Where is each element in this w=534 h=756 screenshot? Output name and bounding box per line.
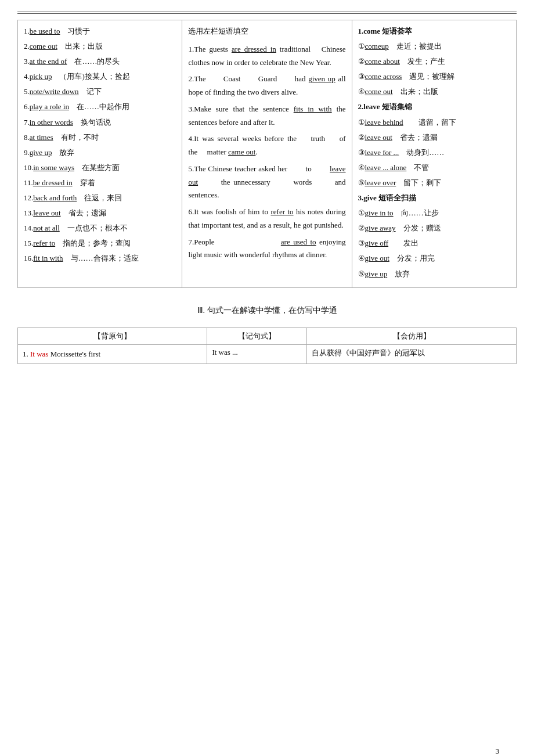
left-item-9: 9.give up 放弃 bbox=[24, 146, 176, 159]
row1-red-it: It bbox=[30, 350, 35, 358]
leave-item-5: ⑤leave over 留下；剩下 bbox=[358, 177, 510, 189]
top-line-1 bbox=[17, 12, 517, 12]
mid-sentence-3: 3.Make sure that the sentence fits in wi… bbox=[188, 103, 345, 129]
come-item-1: ①comeup 走近；被提出 bbox=[358, 40, 510, 53]
leave-item-1: ①leave behind 遗留，留下 bbox=[358, 116, 510, 129]
row1-red-was: was bbox=[37, 350, 48, 358]
left-item-6: 6.play a role in 在……中起作用 bbox=[24, 100, 176, 113]
left-item-15: 15.refer to 指的是；参考；查阅 bbox=[24, 237, 176, 250]
row1-col1: 1. It was Morissette's first bbox=[18, 344, 207, 363]
row1-col3: 自从获得《中国好声音》的冠军以 bbox=[307, 344, 517, 363]
left-item-3: 3.at the end of 在……的尽头 bbox=[24, 55, 176, 68]
section3-table: 【背原句】 【记句式】 【会仿用】 1. It was Morissette's… bbox=[17, 327, 517, 364]
page-number: 3 bbox=[496, 747, 500, 756]
mid-sentence-6: 6.It was foolish of him to refer to his … bbox=[188, 206, 345, 232]
left-item-4: 4.pick up （用车)接某人；捡起 bbox=[24, 70, 176, 83]
left-item-8: 8.at times 有时，不时 bbox=[24, 131, 176, 144]
row1-col2: It was ... bbox=[207, 344, 307, 363]
mid-sentence-2: 2.The Coast Guard had given up all hope … bbox=[188, 73, 345, 99]
left-item-5: 5.note/write down 记下 bbox=[24, 85, 176, 98]
left-item-12: 12.back and forth 往返，来回 bbox=[24, 192, 176, 204]
give-item-1: ①give in to 向……让步 bbox=[358, 207, 510, 219]
left-item-7: 7.in other words 换句话说 bbox=[24, 116, 176, 129]
give-item-3: ③give off 发出 bbox=[358, 237, 510, 250]
instruction-text: 选用左栏短语填空 bbox=[188, 25, 345, 38]
come-title: 1.come 短语荟萃 bbox=[358, 25, 510, 38]
give-item-5: ⑤give up 放弃 bbox=[358, 268, 510, 280]
left-item-16: 16.fit in with 与……合得来；适应 bbox=[24, 252, 176, 265]
left-item-13: 13.leave out 省去；遗漏 bbox=[24, 207, 176, 219]
come-item-3: ③come across 遇见；被理解 bbox=[358, 70, 510, 83]
left-column: 1.be used to 习惯于 2.come out 出来；出版 3.at t… bbox=[18, 20, 182, 288]
mid-sentence-4: 4.It was several weeks before the truth … bbox=[188, 132, 345, 159]
header-col3: 【会仿用】 bbox=[307, 327, 517, 344]
left-item-1: 1.be used to 习惯于 bbox=[24, 25, 176, 38]
right-column: 1.come 短语荟萃 ①comeup 走近；被提出 ②come about 发… bbox=[352, 20, 516, 288]
mid-sentence-5: 5.The Chinese teacher asked her to leave… bbox=[188, 163, 345, 202]
mid-sentence-7: 7.People are used to enjoying light musi… bbox=[188, 236, 345, 262]
leave-item-3: ③leave for ... 动身到…… bbox=[358, 146, 510, 159]
mid-sentence-1: 1.The guests are dressed in traditional … bbox=[188, 43, 345, 70]
give-title: 3.give 短语全扫描 bbox=[358, 192, 510, 204]
come-item-2: ②come about 发生；产生 bbox=[358, 55, 510, 68]
left-item-2: 2.come out 出来；出版 bbox=[24, 40, 176, 53]
come-item-4: ④come out 出来；出版 bbox=[358, 85, 510, 98]
header-col1: 【背原句】 bbox=[18, 327, 207, 344]
main-content-table: 1.be used to 习惯于 2.come out 出来；出版 3.at t… bbox=[17, 20, 517, 288]
give-item-4: ④give out 分发；用完 bbox=[358, 252, 510, 265]
give-item-2: ②give away 分发；赠送 bbox=[358, 222, 510, 235]
leave-item-2: ②leave out 省去；遗漏 bbox=[358, 131, 510, 144]
section3-title: Ⅲ. 句式一在解读中学懂，在仿写中学通 bbox=[17, 305, 517, 316]
header-col2: 【记句式】 bbox=[207, 327, 307, 344]
left-item-10: 10.in some ways 在某些方面 bbox=[24, 161, 176, 174]
leave-item-4: ④leave ... alone 不管 bbox=[358, 161, 510, 174]
middle-column: 选用左栏短语填空 1.The guests are dressed in tra… bbox=[182, 20, 352, 288]
leave-title: 2.leave 短语集锦 bbox=[358, 100, 510, 113]
top-line-2 bbox=[17, 13, 517, 14]
left-item-11: 11.be dressed in 穿着 bbox=[24, 177, 176, 189]
left-item-14: 14.not at all 一点也不；根本不 bbox=[24, 222, 176, 235]
